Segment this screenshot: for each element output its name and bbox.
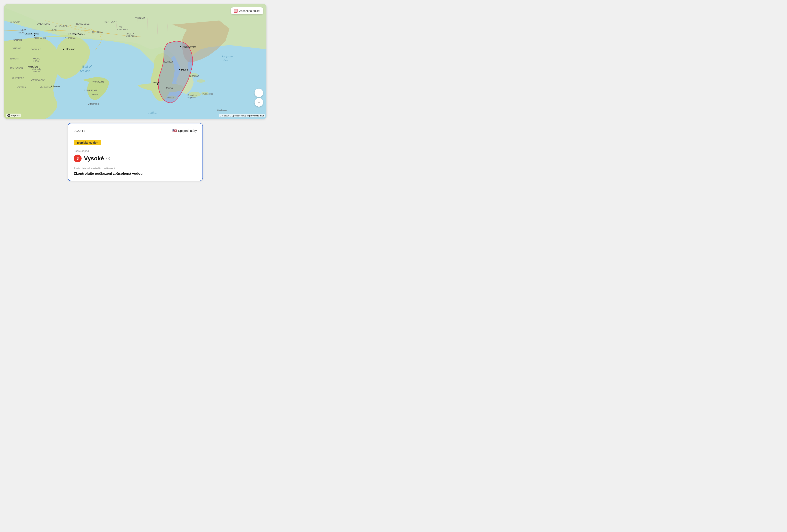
svg-text:LEÓN: LEÓN [34,60,39,63]
svg-text:MICHOACÁN: MICHOACÁN [10,67,23,69]
score-text: Vysoké [84,155,104,162]
card-country: 🇺🇸 Spojené státy [172,128,197,133]
svg-text:ARIZONA: ARIZONA [10,21,21,23]
svg-text:NEW: NEW [21,29,26,31]
svg-point-69 [8,115,9,116]
svg-point-2 [197,79,205,83]
svg-text:NUEVO: NUEVO [33,58,40,60]
svg-text:YUCATÁN: YUCATÁN [92,81,104,84]
advice-label: Rada ohledně možného poškození [74,167,197,170]
country-name: Spojené státy [178,129,197,132]
svg-text:OKLAHOMA: OKLAHOMA [37,23,50,25]
svg-text:Republic: Republic [188,97,195,99]
score-info-icon[interactable]: ? [106,157,110,160]
svg-text:Jamaica: Jamaica [166,97,175,99]
svg-text:Houston: Houston [66,48,75,51]
svg-text:LOUISIANA: LOUISIANA [64,37,76,39]
svg-point-63 [34,35,35,36]
svg-point-15 [180,46,181,47]
mapbox-logo-text: mapbox [11,114,20,116]
svg-text:Dominican: Dominican [188,94,197,97]
map-attribution: © Mapbox © OpenStreetMap Improve this ma… [219,114,265,117]
score-row: 3 Vysoké ? [74,154,197,162]
svg-text:SINALOA: SINALOA [12,47,21,50]
map-controls: + − [255,89,263,107]
score-label: Skóre dopadu [74,149,197,152]
svg-point-17 [179,69,180,70]
event-date: 2022-11 [74,129,85,132]
map-container[interactable]: Gulf of Mexico Sargasso Sea Carib... Hou… [4,4,267,119]
svg-text:Belize: Belize [92,93,98,96]
svg-text:COAHUILA: COAHUILA [31,48,41,51]
svg-text:Cuba: Cuba [166,86,173,90]
svg-text:Puerto Rico: Puerto Rico [203,93,213,95]
info-card: 2022-11 🇺🇸 Spojené státy Tropický cyklón… [68,123,203,181]
svg-text:Carib...: Carib... [148,111,157,114]
svg-text:Guadeloupe: Guadeloupe [217,109,227,111]
svg-text:NORTH: NORTH [119,26,126,28]
svg-text:VERACRUZ: VERACRUZ [40,86,51,88]
svg-text:OAXACA: OAXACA [17,86,26,89]
svg-text:KENTUCKY: KENTUCKY [105,21,117,23]
svg-text:Sea: Sea [224,59,228,62]
country-flag: 🇺🇸 [172,128,177,133]
svg-text:GUERRERO: GUERRERO [12,77,24,79]
legend-badge: Zasažená oblast [231,7,263,14]
svg-text:GUANAJUATO: GUANAJUATO [31,79,45,81]
svg-text:NAYARIT: NAYARIT [10,58,19,60]
svg-text:Xalapa: Xalapa [53,85,60,87]
svg-text:CHIHUAHUA: CHIHUAHUA [34,37,46,39]
improve-map-link[interactable]: Improve this map [247,114,264,117]
mapbox-logo-icon [7,114,10,117]
svg-text:Jacksonville: Jacksonville [183,45,196,48]
legend-color-indicator [234,9,237,13]
svg-text:SAN LUIS: SAN LUIS [32,68,41,70]
event-type-tag: Tropický cyklón [74,140,101,145]
svg-text:TENNESSEE: TENNESSEE [76,23,89,25]
map-svg: Gulf of Mexico Sargasso Sea Carib... Hou… [4,4,267,119]
svg-text:CAROLINA: CAROLINA [126,35,137,38]
svg-text:TEXAS: TEXAS [49,29,57,31]
svg-text:Gulf of: Gulf of [82,65,92,68]
svg-point-65 [51,86,52,87]
attribution-text: © Mapbox © OpenStreetMap [220,114,246,117]
svg-text:SOUTH: SOUTH [127,33,134,35]
svg-text:FLORIDA: FLORIDA [163,61,173,63]
advice-text: Zkontrolujte poškození způsobená vodou [74,172,197,176]
mapbox-logo: mapbox [6,113,21,117]
svg-text:ARKANSAS: ARKANSAS [55,25,68,27]
score-circle: 3 [74,154,82,162]
svg-text:Ciudad Juárez: Ciudad Juárez [25,33,39,35]
svg-text:POTOSÍ: POTOSÍ [33,70,41,73]
svg-text:Havana: Havana [152,81,160,84]
zoom-in-button[interactable]: + [255,89,263,97]
svg-text:SONORA: SONORA [13,39,22,41]
zoom-out-button[interactable]: − [255,98,263,107]
svg-text:Mexico: Mexico [80,69,90,73]
card-header: 2022-11 🇺🇸 Spojené státy [74,128,197,136]
svg-text:CAROLINA: CAROLINA [117,28,128,31]
svg-text:MISSISSIPPI: MISSISSIPPI [68,33,81,35]
svg-text:Sargasso: Sargasso [221,55,233,58]
svg-text:GEORGIA: GEORGIA [92,31,103,33]
svg-text:Bahamas: Bahamas [189,75,199,78]
svg-text:Guatemala: Guatemala [88,103,99,105]
legend-label: Zasažená oblast [239,9,260,13]
svg-point-11 [63,48,64,50]
svg-text:VIRGINIA: VIRGINIA [135,17,145,19]
svg-text:Miami: Miami [181,68,188,71]
svg-text:CAMPECHE: CAMPECHE [84,89,97,92]
